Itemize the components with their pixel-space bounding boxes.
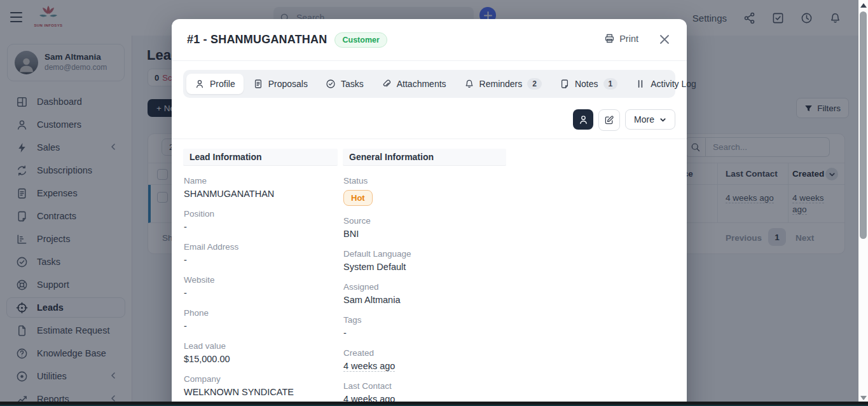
tab-notes[interactable]: Notes 1	[551, 73, 626, 95]
tab-proposals[interactable]: Proposals	[245, 74, 316, 94]
modal-tabs: Profile Proposals Tasks Attachments Remi…	[183, 70, 675, 98]
screen: SUN INFOSYS Settings Sam Altmania demo@d…	[0, 0, 868, 406]
modal-title: #1 - SHANMUGANATHAN	[187, 33, 327, 46]
field-label: Position	[184, 209, 338, 219]
tab-activity-log[interactable]: Activity Log	[627, 74, 705, 94]
scroll-up-arrow-icon[interactable]	[860, 3, 867, 8]
file-text-icon	[253, 79, 263, 89]
tab-tasks[interactable]: Tasks	[317, 74, 372, 94]
field-value: -	[184, 255, 338, 265]
tab-label: Attachments	[397, 79, 446, 89]
scroll-down-arrow-icon[interactable]	[860, 396, 867, 400]
convert-to-customer-button[interactable]	[573, 109, 593, 130]
field-value: BNI	[343, 229, 506, 239]
tab-label: Proposals	[268, 79, 308, 89]
tab-label: Tasks	[341, 79, 364, 89]
check-circle-icon	[326, 79, 336, 89]
tab-attachments[interactable]: Attachments	[373, 74, 455, 94]
user-icon	[195, 79, 205, 89]
field-label: Source	[343, 216, 506, 226]
tab-count-badge: 1	[603, 78, 618, 90]
lead-information-section: Lead Information NameSHANMUGANATHAN Posi…	[183, 149, 338, 406]
field-label: Assigned	[343, 282, 506, 292]
field-label: Last Contact	[343, 381, 506, 391]
tab-label: Activity Log	[651, 79, 696, 89]
field-value: 4 weeks ago	[343, 361, 506, 371]
tab-profile[interactable]: Profile	[186, 74, 244, 94]
field-label: Phone	[184, 308, 338, 318]
field-label: Website	[184, 275, 338, 285]
modal-body: Lead Information NameSHANMUGANATHAN Posi…	[172, 139, 687, 149]
paperclip-icon	[382, 79, 392, 89]
activity-bars-icon	[635, 79, 645, 89]
modal-actions: More	[172, 109, 675, 131]
field-value: $15,000.00	[184, 354, 338, 364]
tab-reminders[interactable]: Reminders 2	[456, 73, 550, 95]
edit-button[interactable]	[598, 109, 620, 131]
print-button[interactable]: Print	[604, 33, 638, 44]
field-label: Company	[184, 374, 338, 384]
status-badge: Hot	[343, 190, 373, 206]
field-label: Tags	[343, 315, 506, 325]
lead-detail-modal: #1 - SHANMUGANATHAN Customer Print Profi…	[172, 19, 687, 406]
user-icon	[578, 114, 589, 125]
bottom-bar	[0, 402, 868, 406]
field-value: -	[184, 222, 338, 232]
edit-icon	[604, 115, 614, 125]
field-label: Created	[343, 348, 506, 358]
field-value: System Default	[343, 262, 506, 272]
scrollbar[interactable]	[858, 0, 868, 406]
field-value: SHANMUGANATHAN	[184, 189, 338, 199]
tab-label: Profile	[210, 79, 235, 89]
field-label: Name	[184, 176, 338, 186]
field-value: -	[343, 328, 506, 338]
field-label: Email Address	[184, 242, 338, 252]
customer-badge: Customer	[334, 32, 387, 48]
bell-icon	[464, 79, 474, 89]
tab-label: Reminders	[479, 79, 523, 89]
field-value: Sam Altmania	[343, 295, 506, 305]
printer-icon	[604, 33, 615, 44]
scrollbar-thumb[interactable]	[860, 11, 867, 239]
note-icon	[560, 79, 570, 89]
general-information-section: General Information Status Hot SourceBNI…	[343, 149, 506, 404]
field-value: -	[184, 288, 338, 298]
field-label: Lead value	[184, 341, 338, 351]
field-label: Default Language	[343, 249, 506, 259]
section-heading: General Information	[343, 149, 506, 166]
field-value: WELKNOWN SYNDICATE	[184, 387, 338, 397]
chevron-down-icon	[659, 116, 666, 123]
field-label: Status	[343, 176, 506, 186]
more-button[interactable]: More	[625, 109, 675, 130]
close-icon[interactable]	[659, 34, 670, 45]
more-label: More	[634, 114, 654, 125]
field-value: -	[184, 321, 338, 331]
tab-count-badge: 2	[527, 78, 542, 90]
tab-label: Notes	[575, 79, 598, 89]
modal-header: #1 - SHANMUGANATHAN Customer Print	[172, 19, 687, 61]
section-heading: Lead Information	[183, 149, 338, 166]
print-label: Print	[619, 34, 638, 44]
